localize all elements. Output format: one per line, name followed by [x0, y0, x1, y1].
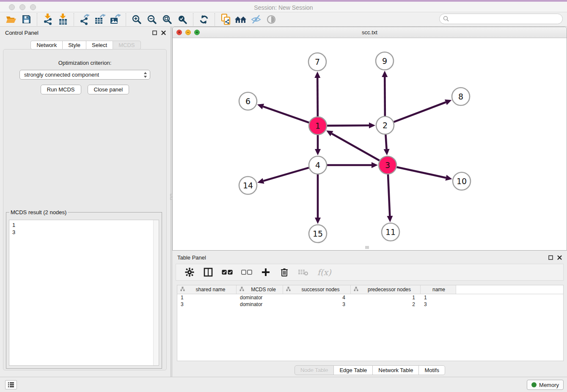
- delete-row-icon[interactable]: [279, 266, 289, 278]
- column-header-predecessor-nodes[interactable]: predecessor nodes: [351, 285, 421, 294]
- export-image-icon[interactable]: [107, 13, 123, 26]
- graph-edge-arrow-1-6: [257, 104, 264, 109]
- zoom-fit-icon[interactable]: [160, 13, 175, 26]
- tab-select[interactable]: Select: [86, 41, 113, 50]
- tab-style[interactable]: Style: [62, 41, 86, 50]
- graph-edge-2-9[interactable]: [385, 77, 385, 116]
- window-title: Session: New Session: [0, 4, 567, 11]
- graph-node-label-14: 14: [243, 181, 253, 190]
- control-panel: Control Panel NetworkStyleSelectMCDS Opt…: [0, 27, 171, 377]
- float-panel-icon[interactable]: [152, 30, 157, 35]
- column-header-mcds-role[interactable]: MCDS role: [237, 285, 283, 294]
- select-all-icon[interactable]: [222, 266, 233, 278]
- toolbar-separator: [37, 13, 37, 26]
- column-header-shared-name[interactable]: shared name: [177, 285, 237, 294]
- node-table[interactable]: shared nameMCDS rolesuccessor nodesprede…: [177, 285, 564, 361]
- optimization-criterion-select[interactable]: strongly connected component: [19, 70, 150, 80]
- mcds-tab-content: Optimization criterion: strongly connect…: [3, 49, 167, 370]
- main-titlebar: Session: New Session: [0, 2, 567, 12]
- graph-node-label-4: 4: [315, 160, 320, 170]
- tab-edge-table[interactable]: Edge Table: [333, 365, 373, 375]
- search-input[interactable]: [449, 15, 562, 23]
- zoom-in-icon[interactable]: [129, 13, 144, 26]
- table-row[interactable]: 1dominator411: [177, 294, 563, 301]
- import-network-icon[interactable]: [40, 13, 55, 26]
- tab-motifs[interactable]: Motifs: [418, 365, 445, 375]
- table-row[interactable]: 3dominator323: [177, 301, 563, 308]
- close-table-panel-icon[interactable]: [557, 255, 562, 260]
- export-table-icon[interactable]: [92, 13, 107, 26]
- graph-edge-arrow-4-14: [257, 178, 264, 184]
- result-scrollbar[interactable]: [153, 220, 159, 365]
- network-resize-thumb[interactable]: [365, 246, 369, 249]
- tab-network[interactable]: Network: [30, 41, 63, 50]
- graph-edge-3-10[interactable]: [396, 167, 446, 178]
- close-panel-icon[interactable]: [161, 30, 166, 35]
- graph-node-label-7: 7: [315, 57, 320, 66]
- close-panel-button[interactable]: Close panel: [88, 85, 129, 94]
- node-table-header: shared nameMCDS rolesuccessor nodesprede…: [177, 285, 563, 294]
- search-field[interactable]: [439, 14, 563, 24]
- column-type-icon: [286, 287, 291, 293]
- graph-node-label-10: 10: [457, 177, 467, 186]
- table-settings-icon[interactable]: [184, 266, 195, 278]
- table-panel-title: Table Panel: [177, 254, 206, 261]
- graph-node-label-8: 8: [458, 92, 463, 101]
- network-window-titlebar: × − + scc.txt: [173, 27, 567, 38]
- memory-button[interactable]: Memory: [527, 380, 564, 390]
- mcds-result-lines: 13: [9, 220, 159, 237]
- task-history-button[interactable]: [5, 380, 17, 389]
- graph-edge-4-14[interactable]: [263, 168, 308, 181]
- open-session-icon[interactable]: [3, 13, 19, 26]
- mcds-result-textarea[interactable]: 13: [9, 220, 159, 366]
- network-window-title: scc.txt: [173, 29, 567, 36]
- import-network-from-ndex-icon[interactable]: [218, 13, 233, 26]
- zoom-selected-icon[interactable]: [175, 13, 190, 26]
- function-builder-icon: f(x): [317, 266, 331, 278]
- delete-table-icon: [298, 266, 309, 278]
- export-network-icon[interactable]: [77, 13, 92, 26]
- control-panel-title: Control Panel: [5, 30, 39, 36]
- tab-network-table[interactable]: Network Table: [372, 365, 419, 375]
- result-line: 3: [12, 229, 156, 236]
- list-icon: [8, 382, 14, 388]
- import-table-icon[interactable]: [55, 13, 71, 26]
- float-table-panel-icon[interactable]: [548, 255, 553, 260]
- node-table-body: 1dominator4113dominator323: [177, 294, 563, 308]
- select-chevrons-icon: [143, 72, 147, 80]
- hide-graphics-details-icon[interactable]: [248, 13, 264, 26]
- save-session-icon[interactable]: [19, 13, 34, 26]
- refresh-view-icon[interactable]: [196, 13, 212, 26]
- cell-mcds-role: dominator: [237, 295, 283, 301]
- run-mcds-button[interactable]: Run MCDS: [41, 85, 81, 94]
- graph-node-label-3: 3: [385, 160, 390, 170]
- column-panel-icon[interactable]: [203, 266, 213, 278]
- cell-name: 1: [421, 295, 456, 301]
- graph-edge-1-2[interactable]: [327, 125, 369, 126]
- graph-edge-3-11[interactable]: [388, 174, 390, 216]
- cell-mcds-role: dominator: [237, 301, 283, 307]
- graph-node-label-6: 6: [245, 97, 250, 106]
- zoom-out-icon[interactable]: [144, 13, 160, 26]
- column-header-name[interactable]: name: [421, 285, 456, 294]
- graph-edge-1-6[interactable]: [263, 107, 309, 123]
- table-toolbar: f(x): [176, 264, 564, 281]
- graph-edge-2-8[interactable]: [394, 102, 446, 122]
- status-bar: Memory: [0, 377, 567, 392]
- tab-mcds[interactable]: MCDS: [113, 41, 140, 50]
- show-graphics-details-icon[interactable]: [264, 13, 279, 26]
- column-header-successor-nodes[interactable]: successor nodes: [283, 285, 351, 294]
- graph-edge-3-1[interactable]: [332, 134, 380, 161]
- graph-edge-2-3[interactable]: [385, 135, 386, 149]
- graph-edge-arrow-1-4: [315, 149, 321, 155]
- network-canvas[interactable]: 7968124314101511: [173, 38, 567, 250]
- add-row-icon[interactable]: [261, 266, 271, 278]
- result-line: 1: [12, 221, 156, 229]
- graph-edge-1-7[interactable]: [317, 78, 318, 116]
- tab-node-table[interactable]: Node Table: [295, 365, 334, 375]
- cell-successor-nodes: 3: [283, 301, 351, 307]
- graph-edge-arrow-1-7: [314, 72, 320, 78]
- column-type-icon: [354, 287, 358, 293]
- home-networks-icon[interactable]: [233, 13, 248, 26]
- deselect-all-icon[interactable]: [241, 266, 252, 278]
